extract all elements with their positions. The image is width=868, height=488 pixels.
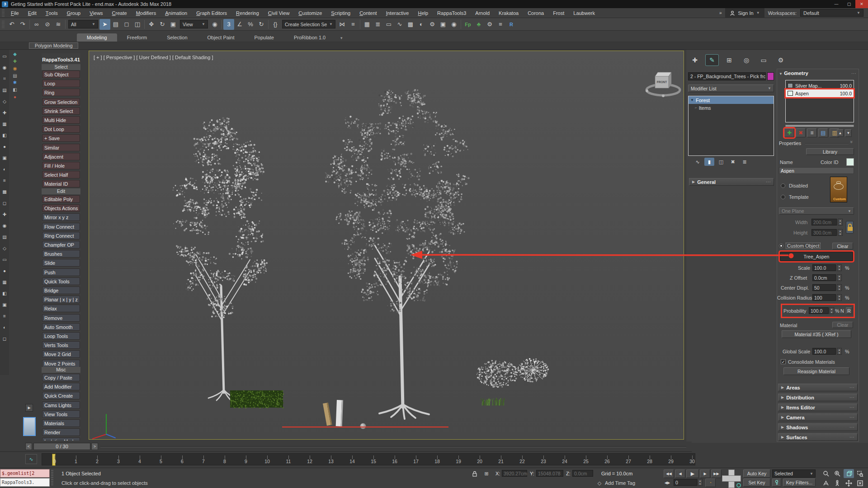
- menu-rendering[interactable]: Rendering: [231, 8, 264, 18]
- probability-field[interactable]: 100.0: [809, 307, 829, 314]
- menu-help[interactable]: Help: [413, 8, 433, 18]
- left-toolbar-icon-26[interactable]: ◻: [1, 335, 8, 342]
- rollout-items-editor[interactable]: ▶Items Editor⋯: [778, 404, 858, 411]
- global-scale-spinner[interactable]: ▲▼: [837, 348, 842, 355]
- auto-key-button[interactable]: Auto Key: [743, 469, 770, 478]
- rappatools-button-move-2-points[interactable]: Move 2 Points: [42, 360, 80, 367]
- hierarchy-tab[interactable]: ⊞: [722, 54, 736, 66]
- ribbon-tab-freeform[interactable]: Freeform: [117, 33, 157, 42]
- rappatools-button-copy-paste[interactable]: Copy / Paste: [42, 374, 80, 381]
- custom-object-pick-button[interactable]: Tree_Aspen: [780, 252, 853, 261]
- rappatools-button-select-half[interactable]: Select Half: [42, 171, 80, 178]
- geometry-rollout-header[interactable]: ▼ Geometry: [779, 70, 808, 76]
- rappatools-button--save[interactable]: + Save: [42, 134, 80, 142]
- rappatools-button-loop[interactable]: Loop: [42, 80, 80, 87]
- left-toolbar-icon-3[interactable]: ⌗: [1, 75, 8, 82]
- rappatools-button-render[interactable]: Render: [42, 428, 80, 436]
- viewport-label[interactable]: [ + ] [ Perspective ] [ User Defined ] […: [94, 55, 213, 60]
- menu-corona[interactable]: Corona: [523, 8, 548, 18]
- bind-to-space-warp-icon[interactable]: ≋: [53, 19, 64, 30]
- rappatools-button-sub-object[interactable]: Sub Object: [42, 70, 80, 78]
- list-item-aspen[interactable]: Aspen 100.0: [786, 89, 854, 97]
- material-button[interactable]: Material #35 ( XRef ): [782, 330, 851, 338]
- disabled-radio[interactable]: [781, 183, 785, 188]
- rappatools-button-relax[interactable]: Relax: [42, 305, 80, 312]
- left-toolbar-icon-7[interactable]: ▦: [1, 120, 8, 127]
- field-of-view-icon[interactable]: [821, 479, 831, 488]
- secondary-toolbar-icon-2[interactable]: ✚: [11, 58, 19, 65]
- show-end-result-icon[interactable]: ▮: [704, 158, 714, 166]
- ribbon-tab-populate[interactable]: Populate: [244, 33, 283, 42]
- select-object-icon[interactable]: ➤: [99, 19, 110, 30]
- menu-krakatoa[interactable]: Krakatoa: [494, 8, 523, 18]
- current-frame-field[interactable]: 0: [674, 479, 697, 486]
- menu-content[interactable]: Content: [355, 8, 382, 18]
- collapse-section-icon[interactable]: »: [849, 141, 854, 143]
- left-toolbar-icon-24[interactable]: ≡: [1, 312, 8, 319]
- probability-spinner[interactable]: ▲▼: [829, 307, 834, 314]
- ribbon-minimize-icon[interactable]: ▾: [335, 34, 347, 42]
- align-icon[interactable]: ≡: [348, 19, 359, 30]
- plugin-list-icon[interactable]: ≡: [495, 19, 506, 30]
- rappatools-button-verts-tools[interactable]: Verts Tools: [42, 341, 80, 349]
- forest-tools-icon[interactable]: ♣: [473, 19, 484, 30]
- polygon-modeling-panel[interactable]: Polygon Modeling: [29, 42, 78, 49]
- ribbon-toggle-icon[interactable]: ▭: [383, 19, 394, 30]
- delete-item-button[interactable]: ✖: [796, 128, 806, 137]
- rappatools-color-swatch[interactable]: [23, 417, 36, 436]
- zoom-icon[interactable]: [821, 469, 831, 478]
- track-bar-ruler[interactable]: 0123456789101112131415161718192021222324…: [42, 453, 695, 465]
- move-item-down-button[interactable]: ▼: [845, 129, 852, 137]
- key-step-toggle-icon[interactable]: ◀▶: [663, 479, 672, 487]
- rappatools-button-adjacent[interactable]: Adjacent: [42, 153, 80, 160]
- left-toolbar-icon-1[interactable]: ▭: [1, 52, 8, 60]
- left-toolbar-icon-5[interactable]: ◇: [1, 98, 8, 105]
- rappatools-button-loop-tools[interactable]: Loop Tools: [42, 332, 80, 340]
- lock-aspect-icon[interactable]: [846, 221, 854, 234]
- menu-create[interactable]: Create: [108, 8, 132, 18]
- expand-arrow-icon[interactable]: ▼: [690, 98, 694, 102]
- mini-curve-editor-icon[interactable]: ∿: [25, 454, 37, 464]
- go-to-end-button[interactable]: ▶▶: [711, 469, 722, 478]
- list-horizontal-scrollbar[interactable]: [785, 125, 854, 127]
- left-toolbar-icon-6[interactable]: ✚: [1, 109, 8, 116]
- copy-item-button[interactable]: ▤: [818, 128, 828, 137]
- frame-spinner[interactable]: ▲▼: [698, 479, 703, 486]
- template-radio[interactable]: [781, 195, 785, 199]
- rappatools-button-champfer-op[interactable]: Champfer OP: [42, 241, 80, 249]
- animation-mode-icon[interactable]: [722, 469, 740, 487]
- left-toolbar-icon-4[interactable]: ▤: [1, 86, 8, 94]
- render-setup-icon[interactable]: ⚙: [427, 19, 438, 30]
- menu-tools[interactable]: Tools: [41, 8, 62, 18]
- time-slider-handle[interactable]: 0 / 30: [33, 443, 90, 450]
- absolute-offset-toggle-icon[interactable]: ⊞: [482, 469, 491, 478]
- menu-file[interactable]: File: [6, 8, 24, 18]
- menu-frost[interactable]: Frost: [548, 8, 569, 18]
- display-tab[interactable]: ▭: [757, 54, 770, 66]
- secondary-toolbar-icon-3[interactable]: ◉: [11, 65, 19, 72]
- rappatools-button-fill-hole[interactable]: Fill / Hole: [42, 162, 80, 169]
- schematic-view-icon[interactable]: ▩: [405, 19, 416, 30]
- undo-icon[interactable]: ↶: [6, 19, 17, 30]
- rappatools-button-dot-loop[interactable]: Dot Loop: [42, 125, 80, 133]
- pan-icon[interactable]: [844, 479, 854, 488]
- secondary-toolbar-icon-1[interactable]: ◆: [11, 51, 19, 57]
- menu-rappatools3[interactable]: RappaTools3: [433, 8, 471, 18]
- zoom-all-icon[interactable]: [832, 469, 843, 478]
- toolbar-grip[interactable]: [2, 21, 5, 28]
- rappatools-button-quick-tools[interactable]: Quick Tools: [42, 277, 80, 285]
- maxscript-listener-line1[interactable]: $.geomlist[2: [0, 469, 50, 478]
- add-item-button[interactable]: ✚: [784, 128, 794, 137]
- z-coordinate-field[interactable]: 0.0cm: [572, 470, 593, 477]
- rappatools-button-multi-hide[interactable]: Multi Hide: [42, 116, 80, 124]
- select-and-rotate-icon[interactable]: ↻: [157, 19, 168, 30]
- left-toolbar-icon-2[interactable]: ◉: [1, 64, 8, 71]
- center-displ-field[interactable]: 50: [812, 284, 836, 291]
- rappatools-button-flow-connect[interactable]: Flow Connect: [42, 223, 80, 230]
- menu-graph-editors[interactable]: Graph Editors: [192, 8, 231, 18]
- custom-object-thumbnail[interactable]: Custom: [830, 177, 847, 202]
- rendered-frame-icon[interactable]: ▣: [438, 19, 448, 30]
- rappatools-button-remove[interactable]: Remove: [42, 314, 80, 322]
- redo-icon[interactable]: ↷: [17, 19, 28, 30]
- unlink-selection-icon[interactable]: ⊘: [42, 19, 53, 30]
